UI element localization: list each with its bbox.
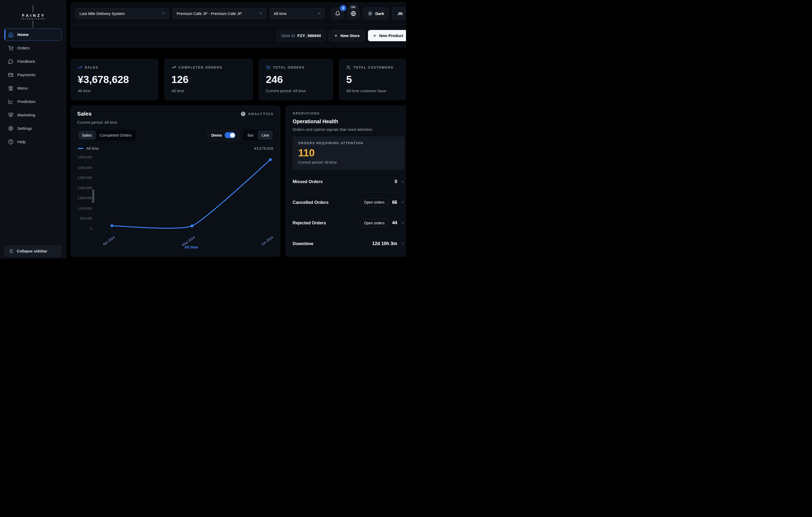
sidebar-item-label: Help bbox=[17, 139, 26, 144]
tab-sales[interactable]: Sales bbox=[78, 131, 96, 140]
sidebar-item-label: Orders bbox=[17, 46, 30, 50]
demo-toggle[interactable] bbox=[225, 132, 235, 138]
brand-name: FAINZY bbox=[0, 13, 66, 18]
new-product-label: New Product bbox=[379, 33, 403, 38]
top-bar: Last Mile Delivery System Premium Cafe J… bbox=[70, 2, 406, 47]
new-store-button[interactable]: New Store bbox=[329, 30, 365, 41]
chevron-right-icon bbox=[401, 221, 405, 225]
series-layer bbox=[111, 158, 272, 228]
attention-sub: Current period: All time bbox=[298, 160, 399, 164]
plus-icon bbox=[334, 34, 338, 38]
data-point[interactable] bbox=[111, 224, 113, 227]
credit-card-icon bbox=[8, 72, 13, 78]
chevron-right-icon bbox=[401, 241, 405, 246]
row-label: Rejected Orders bbox=[293, 220, 326, 225]
attention-label: ORDERS REQUIRING ATTENTION bbox=[298, 141, 399, 145]
sidebar-item-prediction[interactable]: Prediction bbox=[4, 96, 62, 108]
collapse-sidebar-label: Collapse sidebar bbox=[17, 249, 47, 253]
new-product-button[interactable]: New Product bbox=[368, 30, 406, 41]
chart-legend-row: All time ¥3,678,628 bbox=[77, 146, 274, 151]
cart-icon bbox=[8, 46, 13, 51]
tab-completed-orders[interactable]: Completed Orders bbox=[96, 131, 136, 140]
system-select[interactable]: Last Mile Delivery System bbox=[75, 8, 169, 19]
stat-value: 246 bbox=[266, 74, 326, 85]
sidebar-nav: Home Orders Feedback Payments Menu Predi… bbox=[0, 28, 66, 148]
sidebar-item-label: Prediction bbox=[17, 99, 35, 104]
svg-text:Jun 2024: Jun 2024 bbox=[260, 235, 274, 247]
chart-controls: Sales Completed Orders Demo Bar Line bbox=[77, 130, 274, 140]
sidebar-item-menu[interactable]: Menu bbox=[4, 82, 62, 94]
theme-toggle-button[interactable]: Dark bbox=[363, 7, 389, 20]
sidebar-item-marketing[interactable]: Marketing bbox=[4, 109, 62, 121]
y-axis-title: Amount bbox=[91, 190, 95, 203]
stat-value: 5 bbox=[346, 74, 405, 85]
stat-label: SALES bbox=[85, 66, 98, 70]
sales-chart-card: Sales ? ANALYTICS Current period: All ti… bbox=[70, 106, 280, 257]
operations-description: Orders and uptime signals that need atte… bbox=[293, 127, 405, 132]
stat-sub: All time bbox=[171, 88, 245, 93]
sidebar-item-payments[interactable]: Payments bbox=[4, 69, 62, 81]
row-rejected-orders[interactable]: Rejected Orders Open orders 44 bbox=[293, 213, 405, 233]
sidebar-item-orders[interactable]: Orders bbox=[4, 42, 62, 54]
stat-card-completed-orders: COMPLETED ORDERS 126 All time bbox=[164, 59, 253, 100]
store-id-value: FZY_586940 bbox=[298, 33, 321, 38]
orders-attention-panel: ORDERS REQUIRING ATTENTION 110 Current p… bbox=[293, 136, 405, 170]
sidebar-item-home[interactable]: Home bbox=[4, 28, 62, 41]
logo-top-line bbox=[33, 5, 33, 12]
mode-bar[interactable]: Bar bbox=[243, 131, 257, 140]
open-orders-pill[interactable]: Open orders bbox=[360, 198, 389, 207]
notification-count-badge: 3 bbox=[340, 5, 346, 11]
help-circle-icon[interactable]: ? bbox=[241, 112, 245, 116]
metric-tabs: Sales Completed Orders bbox=[77, 130, 137, 140]
stat-sub: All time bbox=[78, 88, 151, 93]
store-actions-row: Store ID FZY_586940 New Store New Produc… bbox=[71, 24, 406, 47]
row-cancelled-orders[interactable]: Cancelled Orders Open orders 66 bbox=[293, 192, 405, 213]
attention-value: 110 bbox=[298, 147, 399, 159]
notifications-button[interactable]: 3 bbox=[331, 7, 344, 20]
svg-text:3,500,000: 3,500,000 bbox=[78, 156, 92, 159]
user-avatar-button[interactable]: JN bbox=[392, 7, 406, 20]
chevron-down-icon bbox=[317, 11, 321, 16]
y-axis-ticks: 3,500,000 3,000,000 2,500,000 2,000,000 … bbox=[78, 156, 92, 230]
sidebar-item-help[interactable]: Help bbox=[4, 136, 62, 148]
sales-panel-subtitle: Current period: All time bbox=[77, 120, 274, 125]
row-downtime[interactable]: Downtime 12d 10h 3m bbox=[293, 233, 405, 254]
top-bar-filters: Last Mile Delivery System Premium Cafe J… bbox=[71, 3, 406, 24]
legend-total-value: ¥3,678,628 bbox=[254, 146, 273, 151]
language-button[interactable]: EN bbox=[347, 7, 359, 20]
operations-title: Operational Health bbox=[293, 118, 405, 125]
data-point[interactable] bbox=[269, 158, 272, 161]
stat-sub: All-time customer base bbox=[346, 88, 405, 93]
sidebar-item-label: Settings bbox=[17, 126, 32, 131]
svg-text:500,000: 500,000 bbox=[80, 217, 92, 220]
row-missed-orders[interactable]: Missed Orders 0 bbox=[293, 171, 405, 192]
stat-label: TOTAL CUSTOMERS bbox=[353, 66, 394, 70]
stat-value: ¥3,678,628 bbox=[78, 74, 151, 85]
sidebar-item-feedback[interactable]: Feedback bbox=[4, 55, 62, 67]
language-badge: EN bbox=[349, 5, 357, 9]
logo-bottom-line bbox=[33, 21, 33, 28]
sidebar-item-label: Marketing bbox=[17, 113, 35, 117]
gear-icon bbox=[8, 126, 13, 131]
svg-text:1,500,000: 1,500,000 bbox=[78, 196, 92, 200]
period-select[interactable]: All time bbox=[269, 8, 325, 19]
data-point[interactable] bbox=[191, 225, 194, 227]
collapse-sidebar-icon bbox=[9, 249, 13, 253]
sales-line-chart: 3,500,000 3,000,000 2,500,000 2,000,000 … bbox=[77, 152, 274, 253]
stats-row: SALES ¥3,678,628 All time COMPLETED ORDE… bbox=[70, 59, 406, 100]
mode-line[interactable]: Line bbox=[258, 131, 273, 140]
app-root: FAINZY TECHNOLOGIES Home Orders Feedback… bbox=[0, 0, 406, 258]
chart-line-icon bbox=[8, 99, 13, 104]
svg-text:Apr 2024: Apr 2024 bbox=[102, 235, 115, 246]
collapse-sidebar-button[interactable]: Collapse sidebar bbox=[4, 245, 61, 257]
system-select-value: Last Mile Delivery System bbox=[80, 11, 125, 16]
legend-line-swatch bbox=[78, 148, 83, 149]
row-label: Missed Orders bbox=[293, 179, 323, 184]
sidebar-item-settings[interactable]: Settings bbox=[4, 122, 62, 135]
sidebar-item-label: Payments bbox=[17, 73, 35, 77]
open-orders-pill[interactable]: Open orders bbox=[360, 219, 389, 227]
sidebar-item-label: Menu bbox=[17, 86, 28, 91]
stat-card-total-customers: TOTAL CUSTOMERS 5 All-time customer base bbox=[339, 59, 406, 100]
store-select[interactable]: Premium Cafe JP - Premium Cafe JP bbox=[172, 8, 266, 19]
analytics-label: ANALYTICS bbox=[248, 112, 274, 116]
